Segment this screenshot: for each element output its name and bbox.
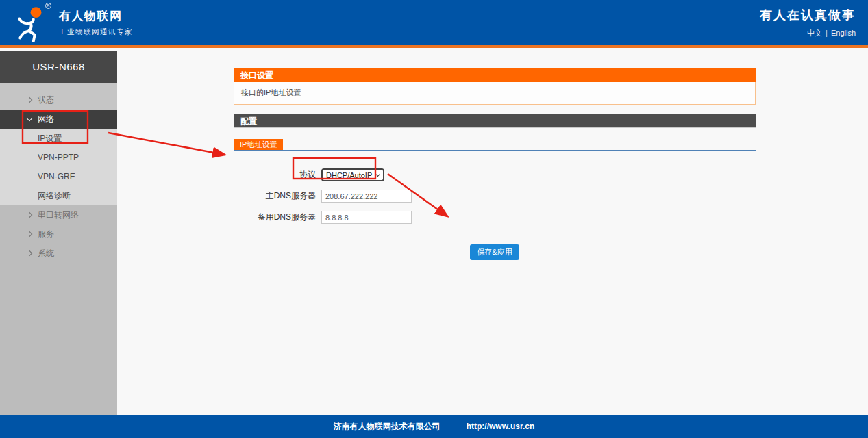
brand-tagline: 工业物联网通讯专家 xyxy=(59,27,133,37)
secondary-dns-row: 备用DNS服务器 xyxy=(234,211,756,224)
chevron-right-icon xyxy=(27,250,32,256)
protocol-select[interactable]: DHCP/AutoIP xyxy=(321,168,384,181)
tab-strip: IP地址设置 xyxy=(234,138,756,151)
secondary-dns-input[interactable] xyxy=(321,211,412,224)
sidebar-item-label: VPN-GRE xyxy=(38,172,75,181)
brand-title: 有人物联网 xyxy=(59,8,133,24)
sidebar-item-services[interactable]: 服务 xyxy=(0,224,117,244)
footer-url-link[interactable]: http://www.usr.cn xyxy=(467,422,535,431)
device-title: USR-N668 xyxy=(0,51,117,83)
lang-en-link[interactable]: English xyxy=(831,29,856,37)
sidebar-item-label: 服务 xyxy=(38,229,54,240)
top-header: R 有人物联网 工业物联网通讯专家 有人在认真做事 中文|English xyxy=(0,0,868,48)
header-slogan: 有人在认真做事 xyxy=(760,7,856,23)
sidebar-item-label: 串口转网络 xyxy=(38,209,79,221)
chevron-down-icon xyxy=(27,115,32,120)
sidebar-gap xyxy=(0,83,117,90)
secondary-dns-label: 备用DNS服务器 xyxy=(234,211,316,223)
sidebar-item-system[interactable]: 系统 xyxy=(0,244,117,263)
sidebar-item-network-diagnosis[interactable]: 网络诊断 xyxy=(0,186,117,205)
footer: 济南有人物联网技术有限公司 http://www.usr.cn xyxy=(0,415,868,438)
lang-zh-link[interactable]: 中文 xyxy=(807,29,822,37)
sidebar-item-status[interactable]: 状态 xyxy=(0,90,117,110)
chevron-right-icon xyxy=(27,97,32,103)
sidebar-item-label: IP设置 xyxy=(38,133,62,144)
protocol-select-value: DHCP/AutoIP xyxy=(326,171,372,179)
language-switcher: 中文|English xyxy=(760,28,856,38)
primary-dns-input[interactable] xyxy=(321,190,412,203)
sidebar-item-vpn-gre[interactable]: VPN-GRE xyxy=(0,167,117,186)
lang-separator: | xyxy=(826,29,828,37)
sidebar-item-serial-to-network[interactable]: 串口转网络 xyxy=(0,205,117,224)
person-logo-icon xyxy=(12,4,51,42)
sidebar-item-label: 网络 xyxy=(38,114,54,125)
protocol-row: 协议 DHCP/AutoIP xyxy=(234,168,756,181)
header-right: 有人在认真做事 中文|English xyxy=(760,7,856,38)
sidebar-item-label: 系统 xyxy=(38,248,54,259)
ip-settings-form: 协议 DHCP/AutoIP 主DNS服务器 备用DNS服务器 保存&应用 xyxy=(234,168,756,260)
tab-ip-address-settings[interactable]: IP地址设置 xyxy=(234,139,283,150)
sidebar-item-network[interactable]: 网络 xyxy=(0,110,117,129)
button-row: 保存&应用 xyxy=(234,244,756,260)
sidebar-item-label: 状态 xyxy=(38,94,54,106)
sidebar-item-ip-settings[interactable]: IP设置 xyxy=(0,129,117,148)
protocol-label: 协议 xyxy=(234,169,316,181)
chevron-right-icon xyxy=(27,212,32,218)
primary-dns-row: 主DNS服务器 xyxy=(234,190,756,203)
primary-dns-label: 主DNS服务器 xyxy=(234,190,316,202)
config-bar: 配置 xyxy=(234,114,756,128)
main-content: 接口设置 接口的IP地址设置 配置 IP地址设置 协议 DHCP/AutoIP … xyxy=(117,51,868,415)
sidebar-item-vpn-pptp[interactable]: VPN-PPTP xyxy=(0,148,117,167)
usr-logo: R xyxy=(12,3,52,42)
section-description: 接口的IP地址设置 xyxy=(234,82,756,105)
sidebar: USR-N668 状态 网络 IP设置 VPN-PPTP VPN-GRE 网络诊… xyxy=(0,51,117,415)
chevron-right-icon xyxy=(27,231,32,237)
sidebar-item-label: 网络诊断 xyxy=(38,190,71,202)
footer-company: 济南有人物联网技术有限公司 xyxy=(334,421,441,433)
section-title-bar: 接口设置 xyxy=(234,68,756,82)
sidebar-item-label: VPN-PPTP xyxy=(38,153,79,162)
save-apply-button[interactable]: 保存&应用 xyxy=(470,244,519,260)
registered-mark-icon: R xyxy=(45,3,51,9)
chevron-down-icon xyxy=(375,172,380,177)
brand-block: 有人物联网 工业物联网通讯专家 xyxy=(59,8,133,37)
